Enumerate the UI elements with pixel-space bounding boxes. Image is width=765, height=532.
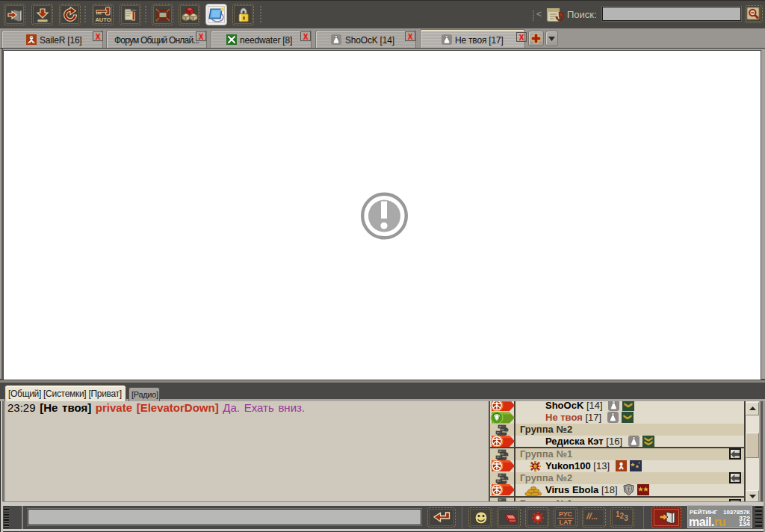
svg-text:AUTO: AUTO: [95, 16, 111, 23]
